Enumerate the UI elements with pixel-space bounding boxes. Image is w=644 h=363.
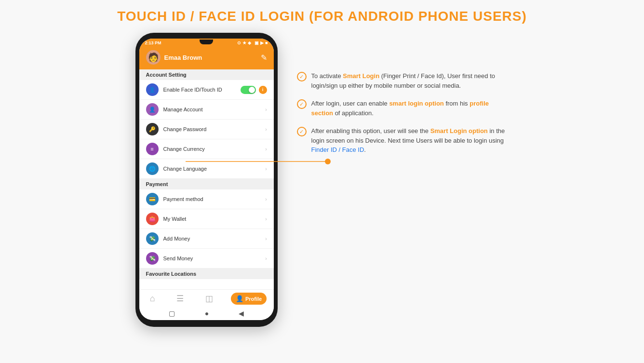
- info-icon[interactable]: i: [259, 86, 267, 94]
- manage-account-chevron: ›: [265, 107, 267, 112]
- nav-profile[interactable]: 👤 Profile: [231, 293, 267, 305]
- manage-account-label: Manage Account: [163, 107, 261, 112]
- menu-item-change-language[interactable]: 🌐 Change Language ›: [139, 159, 274, 179]
- send-money-icon: 💸: [146, 252, 159, 265]
- change-language-icon: 🌐: [146, 162, 159, 175]
- change-password-icon: 🔑: [146, 123, 159, 135]
- menu-item-send-money[interactable]: 💸 Send Money ›: [139, 249, 274, 269]
- fav-section-header: Favourite Locations: [139, 269, 274, 279]
- info-bullet-2: ✓ After login, user can enable smart log…: [297, 99, 509, 118]
- my-wallet-label: My Wallet: [163, 216, 261, 222]
- header-username: Emaa Brown: [164, 54, 202, 61]
- phone-header: 🧑 Emaa Brown ✎: [139, 46, 274, 69]
- add-money-chevron: ›: [265, 236, 267, 242]
- menu-item-my-wallet[interactable]: 👛 My Wallet ›: [139, 209, 274, 229]
- page-container: TOUCH ID / FACE ID LOGIN (FOR ANDROID PH…: [0, 0, 644, 363]
- nav-orders[interactable]: ☰: [173, 293, 188, 305]
- info-panel: ✓ To activate Smart Login (Finger Print …: [297, 33, 509, 155]
- bullet-text-3: After enabling this option, user will se…: [311, 126, 509, 155]
- face-id-icon: 👤: [146, 83, 159, 96]
- phone-wrapper: 2:13 PM ⊙ ★ ◈ ▣ ▶ ■: [135, 33, 278, 327]
- change-password-label: Change Password: [163, 126, 261, 132]
- menu-item-manage-account[interactable]: 👤 Manage Account ›: [139, 100, 274, 120]
- profile-nav-label: Profile: [245, 296, 262, 302]
- android-back-btn[interactable]: ◀: [239, 309, 244, 317]
- payment-method-chevron: ›: [265, 197, 267, 202]
- send-money-chevron: ›: [265, 256, 267, 261]
- payment-section-header: Payment: [139, 179, 274, 189]
- add-money-icon: 💸: [146, 232, 159, 245]
- avatar: 🧑: [146, 50, 161, 65]
- change-language-label: Change Language: [163, 166, 261, 172]
- payment-method-label: Payment method: [163, 196, 261, 202]
- bottom-nav: ⌂ ☰ ◫ 👤 Profile: [139, 289, 274, 307]
- toggle-row: i: [241, 86, 267, 94]
- bullet-text-1: To activate Smart Login (Finger Print / …: [311, 71, 509, 90]
- menu-item-add-money[interactable]: 💸 Add Money ›: [139, 229, 274, 249]
- manage-account-icon: 👤: [146, 103, 159, 116]
- face-id-label: Enable Face ID/Touch ID: [163, 87, 236, 93]
- svg-point-1: [325, 159, 331, 164]
- status-time: 2:13 PM: [145, 40, 161, 45]
- check-icon-3: ✓: [299, 129, 304, 135]
- android-nav: ▢ ● ◀: [139, 307, 274, 320]
- phone-screen: 2:13 PM ⊙ ★ ◈ ▣ ▶ ■: [139, 39, 274, 320]
- bullet-text-2: After login, user can enable smart login…: [311, 99, 509, 118]
- wallet-icon: ◫: [205, 294, 213, 304]
- profile-nav-icon: 👤: [236, 295, 243, 302]
- edit-icon[interactable]: ✎: [261, 53, 267, 62]
- account-setting-header: Account Setting: [139, 69, 274, 80]
- change-currency-icon: ≡: [146, 143, 159, 155]
- content-row: 2:13 PM ⊙ ★ ◈ ▣ ▶ ■: [0, 33, 644, 327]
- check-icon-2: ✓: [299, 101, 304, 108]
- android-square-btn[interactable]: ▢: [169, 309, 175, 317]
- my-wallet-chevron: ›: [265, 216, 267, 222]
- change-currency-chevron: ›: [265, 147, 267, 152]
- change-language-chevron: ›: [265, 166, 267, 172]
- nav-wallet[interactable]: ◫: [201, 293, 217, 305]
- menu-item-face-id[interactable]: 👤 Enable Face ID/Touch ID i: [139, 80, 274, 100]
- check-icon-1: ✓: [299, 74, 304, 80]
- menu-item-payment-method[interactable]: 💳 Payment method ›: [139, 189, 274, 209]
- add-money-label: Add Money: [163, 236, 261, 242]
- page-title: TOUCH ID / FACE ID LOGIN (FOR ANDROID PH…: [117, 9, 527, 24]
- header-left: 🧑 Emaa Brown: [146, 50, 202, 65]
- face-id-toggle[interactable]: [241, 86, 256, 94]
- payment-method-icon: 💳: [146, 193, 159, 205]
- home-icon: ⌂: [150, 294, 155, 304]
- menu-item-change-currency[interactable]: ≡ Change Currency ›: [139, 139, 274, 159]
- nav-home[interactable]: ⌂: [146, 293, 159, 305]
- status-icons: ⊙ ★ ◈ ▣ ▶ ■: [237, 40, 268, 45]
- android-home-btn[interactable]: ●: [205, 309, 209, 317]
- bullet-icon-2: ✓: [297, 99, 307, 109]
- my-wallet-icon: 👛: [146, 213, 159, 225]
- bullet-icon-1: ✓: [297, 72, 307, 81]
- phone-frame: 2:13 PM ⊙ ★ ◈ ▣ ▶ ■: [135, 33, 278, 327]
- phone-content: Account Setting 👤 Enable Face ID/Touch I…: [139, 69, 274, 289]
- orders-icon: ☰: [176, 294, 184, 304]
- menu-item-change-password[interactable]: 🔑 Change Password ›: [139, 120, 274, 139]
- info-bullet-1: ✓ To activate Smart Login (Finger Print …: [297, 71, 509, 90]
- info-bullet-3: ✓ After enabling this option, user will …: [297, 126, 509, 155]
- phone-notch: [200, 40, 213, 44]
- change-password-chevron: ›: [265, 127, 267, 132]
- change-currency-label: Change Currency: [163, 146, 261, 152]
- send-money-label: Send Money: [163, 255, 261, 261]
- bullet-icon-3: ✓: [297, 127, 307, 136]
